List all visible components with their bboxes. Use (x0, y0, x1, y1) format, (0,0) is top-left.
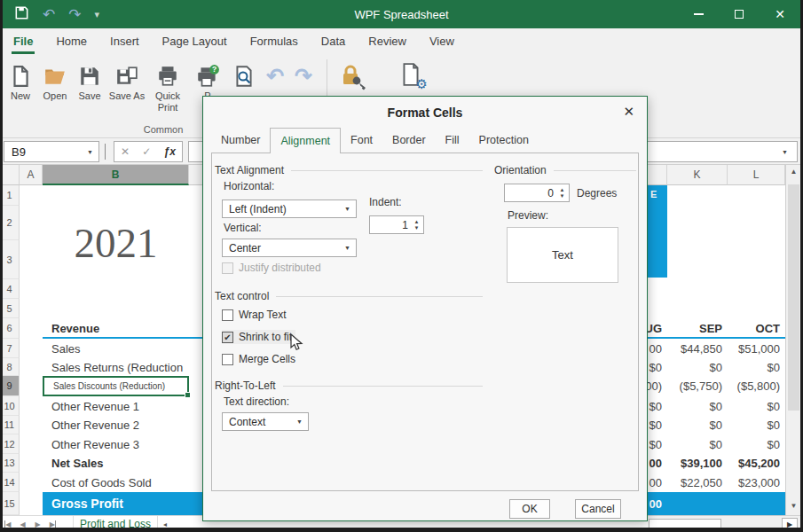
insert-function-icon[interactable]: ƒx (164, 145, 176, 158)
cancel-button[interactable]: Cancel (575, 499, 621, 519)
cell-l12[interactable]: $0 (728, 434, 785, 454)
row-header-12[interactable]: 12 (0, 434, 20, 454)
cell-j14[interactable]: 00 (648, 473, 667, 492)
cell-l9[interactable]: ($5,800) (728, 376, 785, 396)
cell-j8[interactable]: $0 (648, 358, 667, 376)
select-all-corner[interactable] (0, 165, 20, 185)
shrink-to-fit-checkbox[interactable]: ✔ Shrink to fit (222, 330, 295, 344)
cell-k11[interactable]: $0 (667, 416, 728, 434)
tab-view[interactable]: View (418, 28, 466, 55)
confirm-entry-icon[interactable]: ✓ (142, 145, 151, 158)
cell-sales-returns[interactable]: Sales Returns (Reduction (20, 358, 204, 376)
row-header-7[interactable]: 7 (0, 339, 20, 358)
cell-cost-of-goods[interactable]: Cost of Goods Sold (20, 473, 204, 492)
dialog-tab-fill[interactable]: Fill (436, 128, 469, 153)
dialog-tab-number[interactable]: Number (211, 128, 270, 153)
formula-bar-splitter[interactable] (105, 144, 106, 160)
cell-k13[interactable]: $39,100 (667, 454, 728, 473)
tab-review[interactable]: Review (357, 28, 418, 55)
row-header-9-selected[interactable]: 9 (0, 376, 20, 396)
scroll-down-icon[interactable]: ▼ (787, 499, 800, 513)
cell-l11[interactable]: $0 (728, 416, 785, 434)
selected-cell-b9[interactable]: Sales Discounts (Reduction) (43, 376, 189, 396)
column-header-l[interactable]: L (728, 165, 785, 185)
cell-other-revenue-2[interactable]: Other Revenue 2 (20, 416, 204, 434)
open-button[interactable]: Open (37, 59, 73, 113)
cell-k10[interactable]: $0 (667, 396, 728, 416)
row-header-1[interactable]: 1 (0, 185, 20, 206)
cancel-entry-icon[interactable]: ✕ (121, 145, 130, 158)
cell-other-revenue-1[interactable]: Other Revenue 1 (20, 396, 204, 416)
spin-up-icon[interactable]: ▲ (560, 187, 565, 193)
name-box-caret-icon[interactable]: ▼ (87, 149, 98, 155)
formula-expand-caret-icon[interactable]: ▼ (782, 149, 793, 155)
protect-lock-key-icon[interactable] (339, 62, 369, 94)
row-header-13[interactable]: 13 (0, 454, 20, 473)
header-aug-clipped[interactable]: UG (648, 318, 667, 339)
tab-page-layout[interactable]: Page Layout (151, 28, 239, 55)
text-direction-dropdown[interactable]: Context ▼ (222, 412, 309, 431)
cell-j13[interactable]: 00 (648, 454, 667, 473)
vertical-scroll-thumb[interactable] (788, 184, 799, 411)
row-header-2[interactable]: 2 (0, 206, 20, 240)
merge-cells-checkbox[interactable]: Merge Cells (222, 353, 295, 365)
tab-data[interactable]: Data (310, 28, 357, 55)
dialog-tab-border[interactable]: Border (382, 128, 436, 153)
cell-l8[interactable]: $0 (728, 358, 785, 376)
cell-j7[interactable]: 00 (648, 339, 667, 358)
title-banner-clipped[interactable]: E (648, 185, 667, 278)
row-header-4[interactable]: 4 (0, 279, 20, 299)
column-header-k[interactable]: K (667, 165, 728, 185)
row-header-14[interactable]: 14 (0, 473, 20, 492)
gross-profit-row-highlight[interactable]: Gross Profit (43, 492, 204, 515)
cell-j15[interactable]: 00 (648, 492, 667, 515)
cell-l7[interactable]: $51,000 (728, 339, 785, 358)
dialog-tab-alignment[interactable]: Alignment (270, 128, 341, 153)
row-header-10[interactable]: 10 (0, 396, 20, 416)
name-box[interactable]: B9 ▼ (4, 141, 99, 162)
vertical-scrollbar[interactable]: ▲ ▼ (785, 165, 800, 515)
spin-up-icon[interactable]: ▲ (414, 219, 420, 225)
cell-k12[interactable]: $0 (667, 434, 728, 454)
column-header-a[interactable]: A (20, 165, 43, 185)
degrees-spinner[interactable]: 0 ▲▼ (504, 184, 570, 202)
dialog-close-icon[interactable]: ✕ (623, 104, 634, 120)
scroll-up-icon[interactable]: ▲ (787, 165, 800, 179)
new-button[interactable]: New (4, 59, 37, 113)
cell-j9[interactable]: 00) (648, 376, 667, 396)
spin-down-icon[interactable]: ▼ (560, 193, 565, 200)
dialog-tab-protection[interactable]: Protection (469, 128, 539, 153)
header-oct[interactable]: OCT (728, 318, 785, 339)
cell-l10[interactable]: $0 (728, 396, 785, 416)
cell-k8[interactable]: $0 (667, 358, 728, 376)
maximize-button[interactable] (719, 0, 760, 28)
cell-k7[interactable]: $44,850 (667, 339, 728, 358)
tab-insert[interactable]: Insert (98, 28, 151, 55)
tab-formulas[interactable]: Formulas (239, 28, 310, 55)
tab-home[interactable]: Home (44, 28, 98, 55)
row-header-11[interactable]: 11 (0, 416, 20, 434)
cell-l14[interactable]: $23,000 (728, 473, 785, 492)
spin-down-icon[interactable]: ▼ (414, 225, 420, 231)
row-header-8[interactable]: 8 (0, 358, 20, 376)
cell-j12[interactable]: $0 (648, 434, 667, 454)
ok-button[interactable]: OK (509, 499, 550, 519)
row-header-6[interactable]: 6 (0, 318, 20, 339)
fill-handle[interactable] (185, 392, 191, 398)
row-header-15[interactable]: 15 (0, 492, 20, 515)
indent-spinner[interactable]: 1 ▲▼ (369, 215, 424, 234)
cell-revenue[interactable]: Revenue (20, 318, 204, 339)
cell-k9[interactable]: ($5,750) (667, 376, 728, 396)
save-as-button[interactable]: Save As (106, 59, 147, 113)
column-header-j-clipped[interactable] (648, 165, 667, 185)
cell-other-revenue-3[interactable]: Other Revenue 3 (20, 434, 204, 454)
row-header-5[interactable]: 5 (0, 299, 20, 318)
header-sep[interactable]: SEP (667, 318, 728, 339)
row-header-3[interactable]: 3 (0, 240, 20, 279)
wrap-text-checkbox[interactable]: Wrap Text (222, 309, 287, 321)
horizontal-dropdown[interactable]: Left (Indent) ▼ (222, 200, 357, 218)
cell-net-sales[interactable]: Net Sales (20, 454, 204, 473)
save-button[interactable]: Save (73, 59, 106, 113)
cell-j11[interactable]: $0 (648, 416, 667, 434)
cell-j10[interactable]: $0 (648, 396, 667, 416)
